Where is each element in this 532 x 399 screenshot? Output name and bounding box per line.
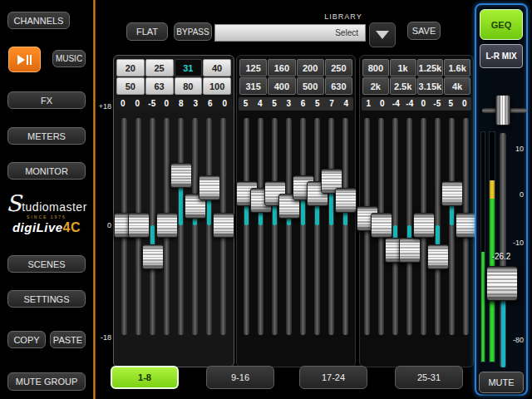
master-fader-knob[interactable] <box>486 266 518 301</box>
gain-value-0-3: 0 <box>160 97 175 111</box>
geq-fader-knob-2-4[interactable] <box>413 213 435 238</box>
gain-value-1-4: 6 <box>296 97 310 111</box>
master-scale-minus80: -80 <box>513 336 524 344</box>
gain-value-2-5: -5 <box>431 97 445 111</box>
gain-value-2-6: 5 <box>444 97 458 111</box>
sidebar-item-scenes[interactable]: SCENES <box>7 255 86 273</box>
gain-value-0-5: 3 <box>189 97 204 111</box>
brand-tagline: SINCE 1976 <box>5 214 88 219</box>
mute-button[interactable]: MUTE <box>479 372 524 393</box>
gain-value-1-3: 3 <box>282 97 296 111</box>
freq-cell-630[interactable]: 630 <box>325 77 352 95</box>
level-meter-left <box>480 131 485 362</box>
freq-cell-1.25k[interactable]: 1.25k <box>417 59 444 76</box>
geq-fader-track-1-2[interactable] <box>272 118 278 335</box>
freq-cell-200[interactable]: 200 <box>297 59 324 76</box>
geq-fader-knob-2-6[interactable] <box>441 181 463 206</box>
geq-fader-knob-0-1[interactable] <box>128 213 150 238</box>
library-dropdown-button[interactable] <box>369 22 396 47</box>
sidebar-item-meters[interactable]: METERS <box>7 127 86 145</box>
geq-fader-track-0-4[interactable] <box>178 118 184 335</box>
sidebar-item-settings[interactable]: SETTINGS <box>7 290 86 308</box>
flat-button[interactable]: FLAT <box>126 22 168 41</box>
freq-cell-3.15k[interactable]: 3.15k <box>417 77 444 95</box>
geq-button[interactable]: GEQ <box>480 9 523 40</box>
geq-fader-track-2-6[interactable] <box>449 118 455 335</box>
sidebar-item-monitor[interactable]: MONITOR <box>7 162 86 180</box>
pan-slider-knob[interactable] <box>495 95 510 126</box>
library-select[interactable]: Select <box>214 24 366 42</box>
gain-value-1-1: 4 <box>253 97 267 111</box>
geq-fader-knob-1-7[interactable] <box>335 188 357 213</box>
tab-17-24[interactable]: 17-24 <box>299 366 367 389</box>
tab-1-8[interactable]: 1-8 <box>111 366 179 389</box>
geq-fader-knob-2-1[interactable] <box>371 213 392 238</box>
geq-fader-knob-0-3[interactable] <box>156 213 178 238</box>
geq-fader-knob-0-7[interactable] <box>213 213 234 238</box>
freq-cell-25[interactable]: 25 <box>145 59 174 76</box>
master-fader-value: -26.2 <box>483 252 520 261</box>
mute-group-button[interactable]: MUTE GROUP <box>7 372 86 391</box>
bypass-button[interactable]: BYPASS <box>174 22 212 41</box>
geq-fader-track-1-6[interactable] <box>328 118 334 335</box>
gain-value-0-0: 0 <box>116 97 131 111</box>
geq-fader-knob-0-6[interactable] <box>199 175 220 200</box>
freq-cell-500[interactable]: 500 <box>297 77 324 95</box>
lr-mix-button[interactable]: L-R MIX <box>480 44 523 68</box>
paste-button[interactable]: PASTE <box>50 331 86 348</box>
gain-value-1-7: 4 <box>339 97 353 111</box>
freq-cell-125[interactable]: 125 <box>239 59 267 76</box>
freq-cell-20[interactable]: 20 <box>116 59 145 76</box>
geq-fader-knob-2-3[interactable] <box>399 238 421 263</box>
copy-button[interactable]: COPY <box>7 331 46 348</box>
gain-value-1-6: 7 <box>325 97 339 111</box>
freq-grid-1: 20253140506380100 <box>116 59 231 95</box>
freq-cell-50[interactable]: 50 <box>116 77 145 95</box>
play-pause-button[interactable] <box>8 47 41 72</box>
geq-fader-knob-0-4[interactable] <box>170 163 192 188</box>
gain-value-2-3: -4 <box>403 97 417 111</box>
freq-cell-4k[interactable]: 4k <box>444 77 470 95</box>
gain-value-0-2: -5 <box>145 97 160 111</box>
freq-cell-1k[interactable]: 1k <box>390 59 416 76</box>
save-button[interactable]: SAVE <box>407 22 441 40</box>
tab-25-31[interactable]: 25-31 <box>395 366 463 389</box>
geq-fader-knob-0-2[interactable] <box>142 244 164 269</box>
freq-cell-1.6k[interactable]: 1.6k <box>444 59 470 76</box>
geq-fader-track-1-4[interactable] <box>300 118 306 335</box>
sidebar-item-fx[interactable]: FX <box>7 91 86 109</box>
freq-cell-40[interactable]: 40 <box>203 59 231 76</box>
master-scale-minus10: -10 <box>513 239 524 247</box>
gain-value-1-2: 5 <box>268 97 282 111</box>
freq-cell-2k[interactable]: 2k <box>362 77 389 95</box>
freq-cell-250[interactable]: 250 <box>325 59 352 76</box>
master-scale-0: 0 <box>520 190 524 199</box>
geq-fader-track-1-1[interactable] <box>258 118 264 335</box>
gain-value-2-7: 0 <box>458 97 472 111</box>
geq-fader-track-1-5[interactable] <box>314 118 320 335</box>
geq-fader-knob-2-5[interactable] <box>427 244 449 269</box>
freq-cell-160[interactable]: 160 <box>268 59 295 76</box>
chevron-down-icon <box>376 31 389 39</box>
freq-cell-400[interactable]: 400 <box>268 77 295 95</box>
freq-cell-315[interactable]: 315 <box>239 77 267 95</box>
geq-fader-track-1-3[interactable] <box>286 118 292 335</box>
freq-cell-100[interactable]: 100 <box>203 77 231 95</box>
geq-fader-track-1-7[interactable] <box>342 118 348 335</box>
sidebar-item-music[interactable]: MUSIC <box>52 50 86 67</box>
freq-grid-3: 8001k1.25k1.6k2k2.5k3.15k4k <box>362 59 470 95</box>
level-meter-right <box>489 131 495 362</box>
geq-fader-track-0-5[interactable] <box>192 118 198 335</box>
freq-cell-80[interactable]: 80 <box>175 77 203 95</box>
geq-fader-track-0-6[interactable] <box>206 118 212 335</box>
sidebar-item-channels[interactable]: CHANNELS <box>7 12 70 29</box>
freq-cell-800[interactable]: 800 <box>362 59 389 76</box>
freq-cell-31[interactable]: 31 <box>175 59 203 76</box>
scale-plus18: +18 <box>91 102 111 111</box>
geq-fader-track-1-0[interactable] <box>244 118 249 335</box>
freq-cell-63[interactable]: 63 <box>145 77 174 95</box>
tab-9-16[interactable]: 9-16 <box>206 366 274 389</box>
library-label: LIBRARY <box>323 12 364 21</box>
master-fader-fill <box>501 298 505 367</box>
freq-cell-2.5k[interactable]: 2.5k <box>390 77 416 95</box>
